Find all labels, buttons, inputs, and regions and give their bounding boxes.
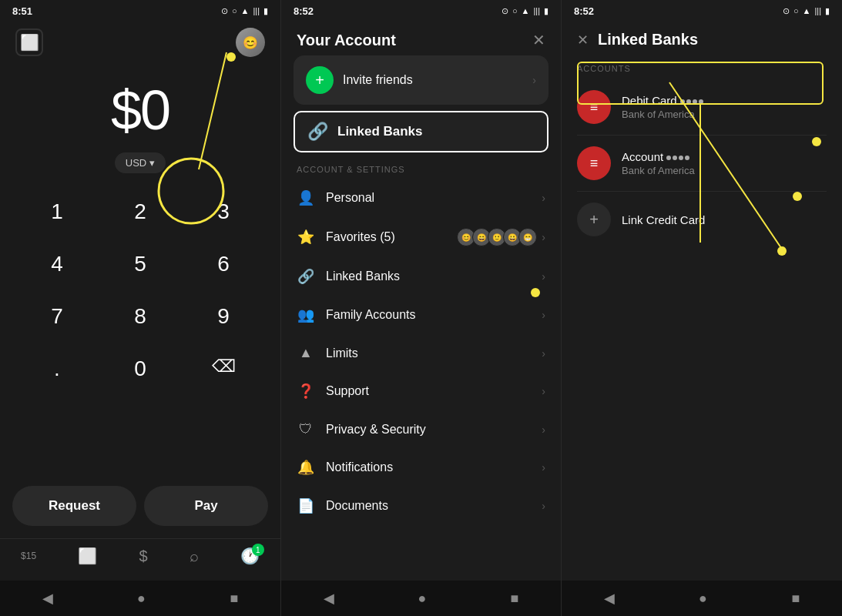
debit-card-name: Debit Card (622, 94, 827, 107)
status-icons-2: ⊙ ○ ▲ ||| ▮ (502, 6, 548, 16)
back-nav-icon[interactable]: ◀ (42, 590, 53, 607)
nav-dollar[interactable]: $ (139, 547, 147, 565)
key-8[interactable]: 8 (99, 293, 182, 340)
numpad-row-2: 4 5 6 (15, 241, 265, 287)
recent-nav-2-icon[interactable]: ■ (511, 591, 519, 607)
menu-item-personal[interactable]: 👤 Personal › (281, 179, 561, 217)
key-9[interactable]: 9 (182, 293, 265, 340)
status-bar-2: 8:52 ⊙ ○ ▲ ||| ▮ (281, 0, 561, 22)
bank-account-sub: Bank of America (622, 165, 827, 176)
home-nav-2-icon[interactable]: ● (418, 591, 427, 607)
numpad-row-4: . 0 ⌫ (15, 346, 265, 392)
key-3[interactable]: 3 (182, 189, 265, 235)
request-button[interactable]: Request (12, 486, 136, 526)
invite-card[interactable]: + Invite friends › (294, 55, 548, 105)
linked-banks-menu-chevron-icon: › (542, 270, 545, 283)
bofa-account-icon: ≡ (577, 146, 611, 180)
nav-amount-label: $15 (21, 551, 36, 561)
personal-icon: 👤 (297, 189, 315, 206)
key-backspace[interactable]: ⌫ (182, 346, 265, 392)
limits-chevron-icon: › (542, 347, 545, 360)
menu-item-documents[interactable]: 📄 Documents › (281, 487, 561, 525)
wifi-icon: ▲ (241, 6, 250, 15)
time-2: 8:52 (294, 5, 314, 17)
key-7[interactable]: 7 (15, 293, 99, 340)
android-nav-1: ◀ ● ■ (0, 581, 280, 616)
back-nav-2-icon[interactable]: ◀ (324, 590, 334, 607)
invite-left: + Invite friends (306, 66, 413, 94)
android-nav-2: ◀ ● ■ (281, 581, 561, 616)
numpad-row-1: 1 2 3 (15, 189, 265, 235)
home-nav-3-icon[interactable]: ● (699, 591, 707, 607)
bottom-nav: $15 ⬜ $ ⌕ 🕐 1 (0, 538, 280, 581)
app-logo[interactable]: ⬜ (15, 28, 43, 56)
nav-card[interactable]: ⬜ (78, 547, 97, 565)
bank-account-item[interactable]: ≡ Account Bank of America (562, 136, 842, 191)
debit-card-item[interactable]: ≡ Debit Card Bank of America (562, 79, 842, 135)
close-button[interactable]: ✕ (532, 31, 545, 49)
back-nav-3-icon[interactable]: ◀ (604, 590, 615, 607)
linked-banks-menu-label: Linked Banks (326, 270, 400, 283)
menu-item-limits[interactable]: ▲ Limits › (281, 334, 561, 372)
account-name: Account (622, 150, 827, 163)
link-cc-label: Link Credit Card (622, 213, 705, 226)
p2-title: Your Account (297, 32, 396, 49)
link-credit-card-item[interactable]: + Link Credit Card (562, 192, 842, 247)
avatar[interactable]: 😊 (236, 28, 265, 57)
nav-activity[interactable]: 🕐 1 (240, 547, 260, 565)
documents-icon: 📄 (297, 497, 315, 514)
notifications-icon: 🔔 (297, 459, 315, 476)
privacy-chevron-icon: › (542, 424, 545, 436)
nav-search[interactable]: ⌕ (190, 547, 199, 565)
p3-title: Linked Banks (598, 31, 698, 49)
linked-banks-highlighted[interactable]: 🔗 Linked Banks (294, 111, 548, 152)
menu-item-notifications[interactable]: 🔔 Notifications › (281, 448, 561, 487)
limits-label: Limits (326, 346, 358, 360)
menu-item-linked-banks[interactable]: 🔗 Linked Banks › (281, 257, 561, 296)
key-2[interactable]: 2 (99, 189, 182, 235)
status-bar-1: 8:51 ⊙ ○ ▲ ||| ▮ (0, 0, 280, 22)
favorites-chevron-icon: › (542, 231, 545, 243)
time-1: 8:51 (12, 5, 32, 17)
nav-balance[interactable]: $15 (21, 551, 36, 561)
menu-item-family[interactable]: 👥 Family Accounts › (281, 296, 561, 334)
pay-button[interactable]: Pay (144, 486, 268, 526)
mask-dot-4 (699, 99, 703, 104)
linked-banks-label: Linked Banks (337, 124, 423, 139)
key-4[interactable]: 4 (15, 241, 99, 287)
activity-badge: 1 (252, 544, 264, 556)
key-0[interactable]: 0 (99, 346, 182, 392)
menu-item-privacy[interactable]: 🛡 Privacy & Security › (281, 410, 561, 448)
home-nav-icon[interactable]: ● (137, 591, 146, 607)
family-icon: 👥 (297, 306, 315, 323)
notifications-chevron-icon: › (542, 461, 545, 474)
key-1[interactable]: 1 (15, 189, 99, 235)
usd-button[interactable]: USD ▾ (115, 152, 166, 173)
recent-nav-3-icon[interactable]: ■ (791, 591, 800, 607)
bofa-debit-symbol: ≡ (590, 99, 599, 116)
section-label: ACCOUNT & SETTINGS (281, 156, 561, 179)
personal-label: Personal (326, 191, 374, 205)
back-button[interactable]: ✕ (577, 32, 589, 49)
panel-cash-home: 8:51 ⊙ ○ ▲ ||| ▮ ⬜ 😊 $0 USD ▾ 1 2 3 (0, 0, 280, 616)
key-6[interactable]: 6 (182, 241, 265, 287)
mask-dot-1 (680, 99, 685, 104)
status-icons-1: ⊙ ○ ▲ ||| ▮ (221, 6, 268, 16)
recent-nav-icon[interactable]: ■ (230, 591, 238, 607)
android-nav-3: ◀ ● ■ (562, 581, 842, 616)
bank-account-info: Account Bank of America (622, 150, 827, 176)
time-3: 8:52 (574, 5, 594, 17)
favorites-label: Favorites (5) (326, 230, 395, 244)
privacy-icon: 🛡 (297, 421, 315, 437)
signal-icon: ||| (253, 6, 260, 15)
menu-item-favorites[interactable]: ⭐ Favorites (5) 😊 😄 🙂 😀 😁 › (281, 217, 561, 257)
key-5[interactable]: 5 (99, 241, 182, 287)
panel-linked-banks: 8:52 ⊙ ○ ▲ ||| ▮ ✕ Linked Banks ACCOUNTS… (561, 0, 842, 616)
linked-banks-menu-icon: 🔗 (297, 268, 315, 285)
currency-selector[interactable]: USD ▾ (0, 152, 280, 173)
status-icons-3: ⊙ ○ ▲ ||| ▮ (783, 6, 830, 16)
favorites-avatars: 😊 😄 🙂 😀 😁 (460, 228, 537, 246)
documents-label: Documents (326, 499, 388, 513)
menu-item-support[interactable]: ❓ Support › (281, 372, 561, 410)
key-dot[interactable]: . (15, 346, 99, 392)
